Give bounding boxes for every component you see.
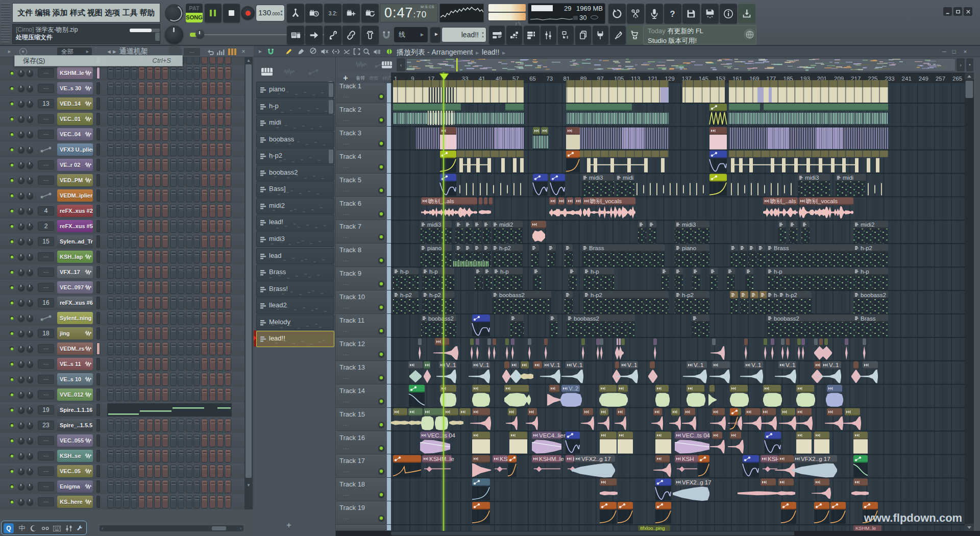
svg-text:KSH: KSH bbox=[768, 456, 780, 462]
svg-text:midi3: midi3 bbox=[805, 175, 819, 181]
svg-text:h-p: h-p bbox=[774, 269, 782, 275]
svg-text:241: 241 bbox=[902, 76, 912, 82]
svg-text:boobass2: boobass2 bbox=[499, 292, 525, 298]
svg-text:吻别_vocals: 吻别_vocals bbox=[806, 198, 838, 204]
svg-text:h-p2: h-p2 bbox=[429, 292, 441, 298]
svg-text:V..2: V..2 bbox=[569, 385, 578, 392]
svg-text:midi2: midi2 bbox=[499, 222, 513, 228]
svg-text:midi3: midi3 bbox=[589, 175, 603, 181]
svg-text:257: 257 bbox=[936, 76, 945, 82]
svg-text:V..1: V..1 bbox=[751, 362, 761, 368]
svg-text:VFX2..g 17: VFX2..g 17 bbox=[801, 456, 830, 462]
svg-text:midi3: midi3 bbox=[427, 222, 441, 228]
svg-text:boobass2: boobass2 bbox=[774, 315, 799, 322]
svg-text:midi: midi bbox=[623, 175, 633, 181]
svg-text:midi: midi bbox=[843, 175, 853, 181]
svg-text:boobass2: boobass2 bbox=[428, 315, 454, 322]
svg-text:KSH: KSH bbox=[682, 456, 694, 462]
svg-text:V..1: V..1 bbox=[479, 362, 489, 368]
svg-text:piano: piano bbox=[427, 245, 442, 251]
svg-text:h-p2: h-p2 bbox=[591, 292, 602, 298]
svg-text:KSHM..le: KSHM..le bbox=[539, 456, 564, 462]
svg-text:73: 73 bbox=[546, 76, 553, 82]
svg-text:VEC..ts 04: VEC..ts 04 bbox=[682, 432, 710, 438]
svg-text:midi2: midi2 bbox=[861, 222, 874, 228]
svg-text:h-p2: h-p2 bbox=[861, 245, 872, 251]
svg-text:h-p2: h-p2 bbox=[400, 292, 412, 298]
svg-text:boobass2: boobass2 bbox=[861, 292, 886, 298]
svg-text:h-p: h-p bbox=[429, 269, 438, 275]
svg-text:V..1: V..1 bbox=[446, 362, 456, 368]
svg-text:65: 65 bbox=[529, 76, 536, 82]
svg-text:V..1: V..1 bbox=[573, 362, 582, 368]
svg-text:吻别_..als: 吻别_..als bbox=[770, 198, 796, 204]
svg-text:3.2:: 3.2: bbox=[329, 10, 337, 16]
svg-text:吻别_vocals: 吻别_vocals bbox=[590, 198, 622, 204]
svg-text:midi3: midi3 bbox=[682, 222, 696, 228]
svg-text:?: ? bbox=[670, 9, 675, 18]
svg-text:h-p: h-p bbox=[861, 269, 869, 275]
svg-text:8fxloo..ping: 8fxloo..ping bbox=[640, 525, 665, 531]
svg-text:piano: piano bbox=[682, 245, 696, 251]
svg-text:V..1: V..1 bbox=[627, 362, 637, 368]
svg-text:Brass: Brass bbox=[589, 245, 604, 251]
svg-text:V..1: V..1 bbox=[694, 362, 703, 368]
svg-text:KSHM..le: KSHM..le bbox=[855, 525, 876, 531]
svg-text:h-p: h-p bbox=[400, 269, 409, 275]
svg-text:V..1: V..1 bbox=[550, 362, 560, 368]
svg-text:h-p: h-p bbox=[500, 269, 509, 275]
svg-text:h-p2: h-p2 bbox=[786, 292, 797, 298]
svg-text:V..1: V..1 bbox=[829, 362, 839, 368]
svg-text:Brass: Brass bbox=[861, 315, 876, 322]
svg-text:boobass2: boobass2 bbox=[574, 315, 599, 322]
svg-text:249: 249 bbox=[919, 76, 928, 82]
svg-text:h-p2: h-p2 bbox=[499, 245, 511, 251]
svg-text:VFX2..g 17: VFX2..g 17 bbox=[682, 479, 712, 485]
svg-text:h-p2: h-p2 bbox=[682, 292, 694, 298]
svg-text:Brass: Brass bbox=[774, 245, 789, 251]
svg-text:www.flpdown.com: www.flpdown.com bbox=[864, 511, 962, 524]
svg-text:VEC4..lier: VEC4..lier bbox=[539, 432, 566, 438]
svg-text:265: 265 bbox=[952, 76, 962, 82]
svg-text:h-p: h-p bbox=[591, 269, 599, 275]
svg-text:V..1: V..1 bbox=[786, 362, 795, 368]
svg-text:VFX2..g 17: VFX2..g 17 bbox=[581, 456, 611, 462]
